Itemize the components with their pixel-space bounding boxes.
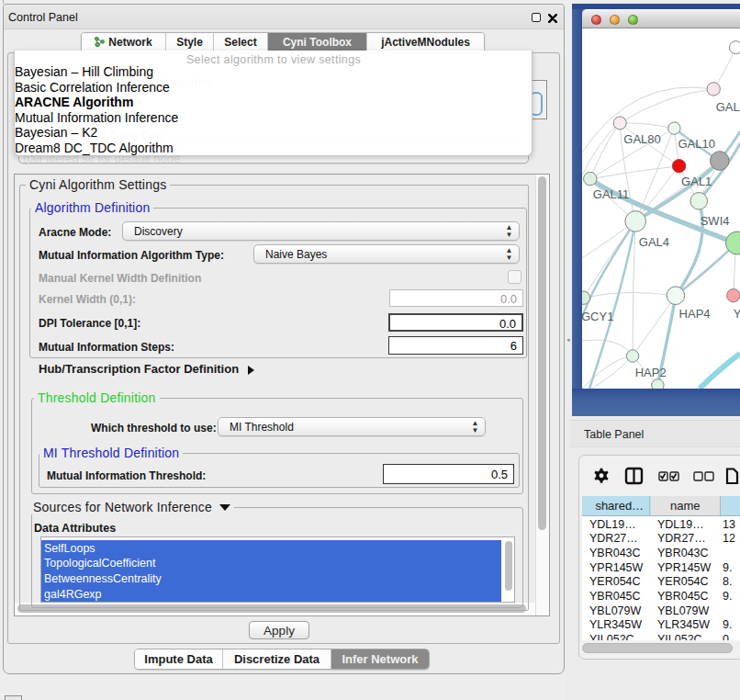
svg-text:GAL1: GAL1: [681, 175, 712, 188]
svg-text:HAP2: HAP2: [635, 366, 667, 379]
svg-text:GAL: GAL: [716, 100, 740, 114]
svg-text:GAL11: GAL11: [593, 187, 630, 201]
svg-text:GAL10: GAL10: [678, 137, 715, 151]
svg-text:GCY1: GCY1: [582, 310, 613, 323]
svg-text:GAL80: GAL80: [623, 132, 660, 146]
svg-text:SWI4: SWI4: [701, 214, 730, 228]
svg-text:HAP4: HAP4: [679, 307, 711, 321]
svg-text:GAL4: GAL4: [639, 235, 669, 249]
svg-text:Y: Y: [734, 307, 740, 321]
